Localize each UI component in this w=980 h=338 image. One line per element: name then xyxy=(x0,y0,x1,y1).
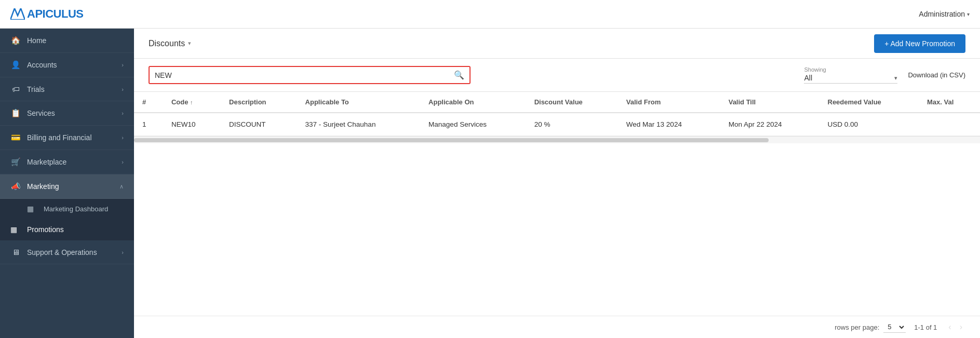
sidebar-item-label: Trials xyxy=(27,85,122,93)
rows-per-page: rows per page: 5 10 25 50 xyxy=(835,321,906,333)
table-area: # Code ↑ Description Applicable To Appli… xyxy=(134,92,980,316)
cell-valid-till: Mon Apr 22 2024 xyxy=(720,113,820,136)
support-chevron: › xyxy=(122,249,124,255)
showing-select[interactable]: All ▾ xyxy=(804,74,897,84)
showing-section: Showing All ▾ xyxy=(804,66,897,84)
home-icon: 🏠 xyxy=(10,36,21,45)
cell-discount-value: 20 % xyxy=(526,113,618,136)
marketplace-chevron: › xyxy=(122,159,124,165)
support-icon: 🖥 xyxy=(10,248,21,256)
trials-chevron: › xyxy=(122,86,124,92)
accounts-icon: 👤 xyxy=(10,60,21,70)
rows-per-page-label: rows per page: xyxy=(835,323,879,331)
cell-valid-from: Wed Mar 13 2024 xyxy=(618,113,720,136)
discounts-chevron: ▾ xyxy=(188,40,191,47)
add-promotion-button[interactable]: + Add New Promotion xyxy=(874,34,965,53)
promotions-table: # Code ↑ Description Applicable To Appli… xyxy=(134,92,980,136)
table-header-row: # Code ↑ Description Applicable To Appli… xyxy=(134,92,980,113)
cell-redeemed-value: USD 0.00 xyxy=(820,113,919,136)
showing-label: Showing xyxy=(804,66,897,73)
sidebar-item-marketing-dashboard[interactable]: ▦ Marketing Dashboard xyxy=(0,199,134,219)
search-icon[interactable]: 🔍 xyxy=(454,70,464,80)
sidebar-item-label: Support & Operations xyxy=(27,248,122,256)
logo-icon xyxy=(10,8,25,20)
sort-icon: ↑ xyxy=(190,99,193,105)
showing-value: All xyxy=(804,74,812,82)
sidebar-item-home[interactable]: 🏠 Home xyxy=(0,29,134,53)
sidebar-item-label: Marketing xyxy=(27,182,119,191)
page-info: 1-1 of 1 xyxy=(914,323,937,331)
admin-chevron: ▾ xyxy=(967,11,970,17)
sidebar-item-label: Billing and Financial xyxy=(27,133,122,142)
col-num: # xyxy=(134,92,163,113)
prev-page-button[interactable]: ‹ xyxy=(945,321,954,333)
admin-label-text: Administration xyxy=(919,10,965,18)
col-valid-till: Valid Till xyxy=(720,92,820,113)
col-applicable-to: Applicable To xyxy=(297,92,421,113)
billing-icon: 💳 xyxy=(10,133,21,142)
marketplace-icon: 🛒 xyxy=(10,157,21,167)
marketing-chevron: ∧ xyxy=(119,183,124,190)
horizontal-scrollbar[interactable] xyxy=(134,136,980,143)
top-header: APICULUS Administration ▾ xyxy=(0,0,980,29)
col-description: Description xyxy=(221,92,297,113)
admin-menu[interactable]: Administration ▾ xyxy=(919,10,970,18)
showing-chevron: ▾ xyxy=(894,75,897,82)
services-icon: 📋 xyxy=(10,109,21,118)
sidebar-item-label: Marketplace xyxy=(27,158,122,166)
logo: APICULUS xyxy=(10,7,83,21)
table-row[interactable]: 1 NEW10 DISCOUNT 337 - Surjeet Chauhan M… xyxy=(134,113,980,136)
sidebar-item-billing[interactable]: 💳 Billing and Financial › xyxy=(0,126,134,150)
sidebar-item-label: Promotions xyxy=(27,225,64,234)
sidebar-item-label: Home xyxy=(27,36,124,45)
content-area: Discounts ▾ + Add New Promotion 🔍 Showin… xyxy=(134,29,980,338)
promotions-icon: ▦ xyxy=(10,225,21,234)
page-nav: ‹ › xyxy=(945,321,965,333)
sidebar-item-services[interactable]: 📋 Services › xyxy=(0,101,134,126)
accounts-chevron: › xyxy=(122,62,124,68)
sidebar-item-label: Marketing Dashboard xyxy=(44,205,108,213)
logo-text: APICULUS xyxy=(27,7,83,21)
sidebar-item-marketplace[interactable]: 🛒 Marketplace › xyxy=(0,150,134,174)
col-applicable-on: Applicable On xyxy=(420,92,526,113)
cell-description: DISCOUNT xyxy=(221,113,297,136)
sidebar-item-support[interactable]: 🖥 Support & Operations › xyxy=(0,240,134,264)
cell-code: NEW10 xyxy=(163,113,221,136)
sidebar-item-trials[interactable]: 🏷 Trials › xyxy=(0,77,134,101)
discounts-dropdown[interactable]: Discounts ▾ xyxy=(149,39,191,48)
main-layout: 🏠 Home 👤 Accounts › 🏷 Trials › 📋 Service… xyxy=(0,29,980,338)
sidebar-item-label: Accounts xyxy=(27,61,122,69)
next-page-button[interactable]: › xyxy=(957,321,965,333)
marketing-dashboard-icon: ▦ xyxy=(27,205,37,213)
cell-num: 1 xyxy=(134,113,163,136)
scrollbar-thumb xyxy=(134,138,769,142)
sidebar-item-accounts[interactable]: 👤 Accounts › xyxy=(0,53,134,77)
col-discount-value: Discount Value xyxy=(526,92,618,113)
col-valid-from: Valid From xyxy=(618,92,720,113)
col-redeemed-value: Reedemed Value xyxy=(820,92,919,113)
billing-chevron: › xyxy=(122,134,124,141)
search-box: 🔍 xyxy=(149,66,471,84)
sidebar-item-marketing[interactable]: 📣 Marketing ∧ xyxy=(0,174,134,199)
sidebar: 🏠 Home 👤 Accounts › 🏷 Trials › 📋 Service… xyxy=(0,29,134,338)
services-chevron: › xyxy=(122,110,124,116)
cell-applicable-on: Managed Services xyxy=(420,113,526,136)
pagination: rows per page: 5 10 25 50 1-1 of 1 ‹ › xyxy=(134,316,980,338)
discounts-label: Discounts xyxy=(149,39,185,48)
col-code[interactable]: Code ↑ xyxy=(163,92,221,113)
col-max-val: Max. Val xyxy=(919,92,980,113)
rows-per-page-select[interactable]: 5 10 25 50 xyxy=(883,321,906,333)
content-header: Discounts ▾ + Add New Promotion xyxy=(134,29,980,59)
filter-bar: 🔍 Showing All ▾ Download (in CSV) xyxy=(134,59,980,92)
svg-marker-0 xyxy=(10,8,25,20)
search-input[interactable] xyxy=(155,71,454,79)
marketing-icon: 📣 xyxy=(10,182,21,191)
cell-max-val xyxy=(919,113,980,136)
download-csv-button[interactable]: Download (in CSV) xyxy=(908,71,965,79)
trials-icon: 🏷 xyxy=(10,85,21,93)
sidebar-item-promotions[interactable]: ▦ Promotions xyxy=(0,219,134,240)
cell-applicable-to: 337 - Surjeet Chauhan xyxy=(297,113,421,136)
sidebar-item-label: Services xyxy=(27,109,122,117)
